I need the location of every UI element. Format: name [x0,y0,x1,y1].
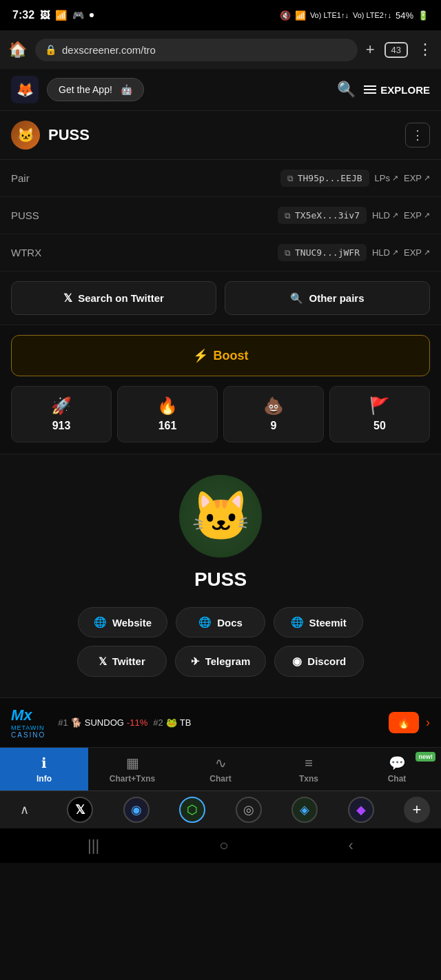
chart-tab-label: Chart [209,774,231,784]
wtrx-exp-icon [424,248,430,257]
puss-hld-link[interactable]: HLD [372,210,398,221]
twitter-search-button[interactable]: 𝕏 Search on Twitter [11,281,216,315]
home-icon[interactable]: 🏠 [8,41,27,59]
tab-chat[interactable]: new! 💬 Chat [353,748,441,790]
explore-button[interactable]: EXPLORE [364,84,430,96]
item1-name: SUNDOG [85,717,124,728]
search-icon[interactable]: 🔍 [337,81,356,99]
other-pairs-button[interactable]: 🔍 Other pairs [225,281,430,315]
back-nav-button[interactable]: ∧ [11,797,37,823]
chat-new-badge: new! [416,752,435,762]
trending-item-2: #2 🐸 TB [153,717,191,728]
dex-app-icon[interactable]: ⬡ [179,797,205,823]
metawin-logo: Mx [11,706,45,724]
settings-app-icon[interactable]: ◎ [236,797,262,823]
get-app-button[interactable]: Get the App! 🤖 [47,78,144,101]
twitter-app-icon[interactable]: 𝕏 [67,797,93,823]
ad-arrow-icon[interactable]: › [426,715,430,730]
action-buttons: 𝕏 Search on Twitter 🔍 Other pairs [0,272,441,325]
twitter-button[interactable]: 𝕏 Twitter [77,646,167,677]
pair-exp-link[interactable]: EXP [404,173,430,183]
docs-button[interactable]: 🌐 Docs [176,607,265,637]
ad-banner: Mx METAWIN CASINO #1 🐕 SUNDOG -11% #2 🐸 … [0,697,441,747]
tab-count[interactable]: 43 [384,42,408,58]
pair-value: TH95p...EEJB LPs EXP [280,170,430,187]
chat-tab-icon: 💬 [389,755,406,771]
boost-label: Boost [214,349,249,363]
website-button[interactable]: 🌐 Website [78,607,167,637]
telegram-icon: ✈ [191,655,200,668]
ad-logo-wrap: Mx METAWIN CASINO [11,706,45,739]
social-row-2: 𝕏 Twitter ✈ Telegram ◉ Discord [11,646,430,677]
security-icon: 🔒 [45,44,57,55]
token-card: 🐱 PUSS 🌐 Website 🌐 Docs 🌐 Steemit 𝕏 Twit… [0,453,441,697]
meta-app-icon[interactable]: ◉ [123,797,150,823]
chat-tab-label: Chat [388,774,407,784]
wtrx-exp-link[interactable]: EXP [404,247,430,258]
website-label: Website [112,617,152,629]
pair-copy-icon [287,174,294,183]
boost-button[interactable]: ⚡ Boost [11,335,430,376]
item2-emoji: 🐸 [166,717,177,728]
status-bar: 7:32 🖼 📶 🎮 🔇 📶 Vo) LTE1↑↓ Vo) LTE2↑↓ 54%… [0,0,441,30]
back-button[interactable]: ‹ [349,837,353,855]
pair-exp-icon [424,174,430,183]
twitter-x-icon: 𝕏 [63,292,72,305]
wtrx-hld-link[interactable]: HLD [372,247,398,258]
recents-button[interactable]: ||| [88,837,99,855]
url-box[interactable]: 🔒 dexscreener.com/tro [35,39,358,61]
home-button[interactable]: ○ [219,837,228,855]
token-avatar: 🐱 [11,121,40,150]
twitter-label: Twitter [112,655,145,667]
other-pairs-label: Other pairs [309,292,364,304]
pair-lps-link[interactable]: LPs [375,173,398,183]
browser-more-icon[interactable]: ⋮ [418,41,433,59]
puss-hash[interactable]: TX5eX...3iv7 [278,207,367,224]
add-tab-icon[interactable]: + [366,41,375,59]
puss-label: PUSS [11,210,66,221]
wtrx-copy-icon [285,248,291,258]
token-name: PUSS [48,126,90,144]
status-dot [90,13,94,17]
puss-exp-icon [424,211,430,220]
puss-exp-link[interactable]: EXP [404,210,430,221]
info-tab-label: Info [37,774,52,784]
status-battery: 54% [396,10,413,21]
tab-info[interactable]: ℹ Info [0,748,88,790]
chart-txns-tab-icon: ▦ [126,755,139,771]
token-header: 🐱 PUSS ⋮ [0,111,441,160]
add-app-button[interactable]: + [404,797,430,823]
status-wifi-icon: 📶 [295,10,306,21]
ad-trending: #1 🐕 SUNDOG -11% #2 🐸 TB [58,717,382,728]
get-app-label: Get the App! [59,84,112,95]
tab-chart[interactable]: ∿ Chart [176,748,265,790]
url-text: dexscreener.com/tro [62,44,156,56]
poop-stat-card[interactable]: 💩 9 [223,386,324,442]
item2-label: TB [180,717,192,728]
steemit-button[interactable]: 🌐 Steemit [274,607,363,637]
telegram-button[interactable]: ✈ Telegram [175,646,267,677]
wtrx-hash[interactable]: TNUC9...jWFR [278,244,367,261]
wallet-app-icon[interactable]: ◈ [291,797,318,823]
item1-rank: #1 [58,717,68,728]
emoji-stats: 🚀 913 🔥 161 💩 9 🚩 50 [0,386,441,453]
rocket-stat-card[interactable]: 🚀 913 [11,386,112,442]
puss-copy-icon [285,211,291,221]
fire-stat-card[interactable]: 🔥 161 [117,386,218,442]
status-image-icon: 🖼 [40,10,50,21]
wtrx-value: TNUC9...jWFR HLD EXP [278,244,430,261]
ad-fire-button[interactable]: 🔥 [389,712,419,733]
token-more-button[interactable]: ⋮ [405,123,430,147]
cube-app-icon[interactable]: ◆ [348,797,374,823]
flag-stat-card[interactable]: 🚩 50 [329,386,430,442]
status-lte1: Vo) LTE1↑↓ [310,11,349,19]
wtrx-hld-icon [392,248,398,257]
social-row-1: 🌐 Website 🌐 Docs 🌐 Steemit [11,607,430,637]
tab-chart-txns[interactable]: ▦ Chart+Txns [88,748,176,790]
casino-label: CASINO [11,731,45,739]
tab-txns[interactable]: ≡ Txns [265,748,353,790]
rocket-count: 913 [52,420,71,432]
discord-button[interactable]: ◉ Discord [274,646,364,677]
pair-hash[interactable]: TH95p...EEJB [280,170,369,187]
pair-label: Pair [11,172,66,184]
